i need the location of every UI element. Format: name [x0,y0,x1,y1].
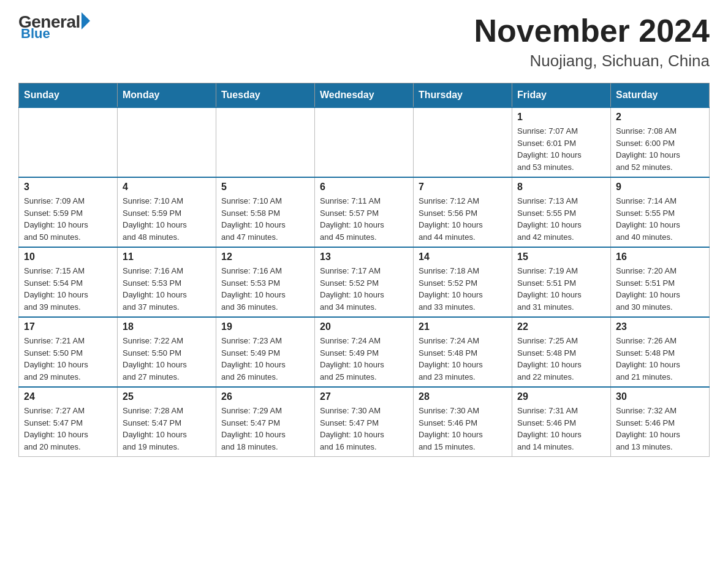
calendar-cell [19,107,118,177]
day-number: 3 [24,182,112,193]
day-info: Sunrise: 7:27 AM Sunset: 5:47 PM Dayligh… [24,405,112,453]
column-header-saturday: Saturday [611,83,710,108]
day-info: Sunrise: 7:32 AM Sunset: 5:46 PM Dayligh… [616,405,704,453]
column-header-monday: Monday [118,83,216,108]
calendar-cell: 25Sunrise: 7:28 AM Sunset: 5:47 PM Dayli… [118,387,216,457]
calendar-cell: 16Sunrise: 7:20 AM Sunset: 5:51 PM Dayli… [611,247,710,317]
calendar-cell [118,107,216,177]
logo-arrow-icon [82,12,90,29]
day-number: 28 [419,391,507,402]
calendar-cell [216,107,315,177]
day-number: 26 [221,391,309,402]
month-title: November 2024 [474,12,710,49]
calendar-cell: 4Sunrise: 7:10 AM Sunset: 5:59 PM Daylig… [118,177,216,247]
logo: General Blue [18,12,90,42]
day-info: Sunrise: 7:24 AM Sunset: 5:48 PM Dayligh… [419,335,507,383]
week-row-2: 3Sunrise: 7:09 AM Sunset: 5:59 PM Daylig… [19,177,710,247]
calendar-cell: 23Sunrise: 7:26 AM Sunset: 5:48 PM Dayli… [611,317,710,387]
column-header-wednesday: Wednesday [315,83,414,108]
day-number: 15 [517,251,605,262]
calendar-cell: 30Sunrise: 7:32 AM Sunset: 5:46 PM Dayli… [611,387,710,457]
day-number: 22 [517,321,605,332]
day-number: 20 [320,321,408,332]
day-info: Sunrise: 7:16 AM Sunset: 5:53 PM Dayligh… [123,265,211,313]
day-info: Sunrise: 7:25 AM Sunset: 5:48 PM Dayligh… [517,335,605,383]
calendar-cell: 7Sunrise: 7:12 AM Sunset: 5:56 PM Daylig… [414,177,512,247]
day-info: Sunrise: 7:19 AM Sunset: 5:51 PM Dayligh… [517,265,605,313]
day-number: 30 [616,391,704,402]
day-info: Sunrise: 7:31 AM Sunset: 5:46 PM Dayligh… [517,405,605,453]
day-number: 4 [123,182,211,193]
column-header-thursday: Thursday [414,83,512,108]
column-header-sunday: Sunday [19,83,118,108]
day-info: Sunrise: 7:10 AM Sunset: 5:58 PM Dayligh… [221,195,309,243]
day-info: Sunrise: 7:30 AM Sunset: 5:46 PM Dayligh… [419,405,507,453]
calendar-cell: 27Sunrise: 7:30 AM Sunset: 5:47 PM Dayli… [315,387,414,457]
day-info: Sunrise: 7:08 AM Sunset: 6:00 PM Dayligh… [616,125,704,173]
day-number: 9 [616,182,704,193]
calendar-cell: 11Sunrise: 7:16 AM Sunset: 5:53 PM Dayli… [118,247,216,317]
calendar-cell: 3Sunrise: 7:09 AM Sunset: 5:59 PM Daylig… [19,177,118,247]
calendar-cell: 29Sunrise: 7:31 AM Sunset: 5:46 PM Dayli… [512,387,611,457]
calendar-cell: 5Sunrise: 7:10 AM Sunset: 5:58 PM Daylig… [216,177,315,247]
calendar-table: SundayMondayTuesdayWednesdayThursdayFrid… [18,83,710,457]
calendar-cell: 22Sunrise: 7:25 AM Sunset: 5:48 PM Dayli… [512,317,611,387]
day-number: 23 [616,321,704,332]
day-info: Sunrise: 7:17 AM Sunset: 5:52 PM Dayligh… [320,265,408,313]
calendar-cell: 8Sunrise: 7:13 AM Sunset: 5:55 PM Daylig… [512,177,611,247]
day-number: 29 [517,391,605,402]
calendar-cell [414,107,512,177]
day-number: 21 [419,321,507,332]
calendar-cell: 2Sunrise: 7:08 AM Sunset: 6:00 PM Daylig… [611,107,710,177]
calendar-cell [315,107,414,177]
day-info: Sunrise: 7:07 AM Sunset: 6:01 PM Dayligh… [517,125,605,173]
day-number: 16 [616,251,704,262]
week-row-5: 24Sunrise: 7:27 AM Sunset: 5:47 PM Dayli… [19,387,710,457]
day-number: 27 [320,391,408,402]
day-info: Sunrise: 7:11 AM Sunset: 5:57 PM Dayligh… [320,195,408,243]
day-info: Sunrise: 7:16 AM Sunset: 5:53 PM Dayligh… [221,265,309,313]
day-number: 5 [221,182,309,193]
day-info: Sunrise: 7:14 AM Sunset: 5:55 PM Dayligh… [616,195,704,243]
location-title: Nuojiang, Sichuan, China [474,52,710,71]
day-number: 1 [517,112,605,123]
calendar-cell: 18Sunrise: 7:22 AM Sunset: 5:50 PM Dayli… [118,317,216,387]
day-number: 8 [517,182,605,193]
day-info: Sunrise: 7:12 AM Sunset: 5:56 PM Dayligh… [419,195,507,243]
day-number: 2 [616,112,704,123]
calendar-cell: 6Sunrise: 7:11 AM Sunset: 5:57 PM Daylig… [315,177,414,247]
calendar-cell: 26Sunrise: 7:29 AM Sunset: 5:47 PM Dayli… [216,387,315,457]
calendar-cell: 17Sunrise: 7:21 AM Sunset: 5:50 PM Dayli… [19,317,118,387]
week-row-1: 1Sunrise: 7:07 AM Sunset: 6:01 PM Daylig… [19,107,710,177]
calendar-cell: 13Sunrise: 7:17 AM Sunset: 5:52 PM Dayli… [315,247,414,317]
column-header-tuesday: Tuesday [216,83,315,108]
day-number: 7 [419,182,507,193]
day-info: Sunrise: 7:09 AM Sunset: 5:59 PM Dayligh… [24,195,112,243]
calendar-cell: 10Sunrise: 7:15 AM Sunset: 5:54 PM Dayli… [19,247,118,317]
day-info: Sunrise: 7:15 AM Sunset: 5:54 PM Dayligh… [24,265,112,313]
day-info: Sunrise: 7:24 AM Sunset: 5:49 PM Dayligh… [320,335,408,383]
calendar-cell: 21Sunrise: 7:24 AM Sunset: 5:48 PM Dayli… [414,317,512,387]
day-number: 11 [123,251,211,262]
day-info: Sunrise: 7:28 AM Sunset: 5:47 PM Dayligh… [123,405,211,453]
day-info: Sunrise: 7:23 AM Sunset: 5:49 PM Dayligh… [221,335,309,383]
day-number: 12 [221,251,309,262]
day-number: 24 [24,391,112,402]
day-number: 18 [123,321,211,332]
calendar-cell: 12Sunrise: 7:16 AM Sunset: 5:53 PM Dayli… [216,247,315,317]
day-number: 17 [24,321,112,332]
week-row-4: 17Sunrise: 7:21 AM Sunset: 5:50 PM Dayli… [19,317,710,387]
calendar-cell: 9Sunrise: 7:14 AM Sunset: 5:55 PM Daylig… [611,177,710,247]
calendar-cell: 20Sunrise: 7:24 AM Sunset: 5:49 PM Dayli… [315,317,414,387]
calendar-cell: 28Sunrise: 7:30 AM Sunset: 5:46 PM Dayli… [414,387,512,457]
calendar-cell: 1Sunrise: 7:07 AM Sunset: 6:01 PM Daylig… [512,107,611,177]
day-info: Sunrise: 7:13 AM Sunset: 5:55 PM Dayligh… [517,195,605,243]
day-info: Sunrise: 7:22 AM Sunset: 5:50 PM Dayligh… [123,335,211,383]
title-block: November 2024 Nuojiang, Sichuan, China [474,12,710,71]
calendar-cell: 24Sunrise: 7:27 AM Sunset: 5:47 PM Dayli… [19,387,118,457]
day-number: 10 [24,251,112,262]
calendar-cell: 14Sunrise: 7:18 AM Sunset: 5:52 PM Dayli… [414,247,512,317]
day-info: Sunrise: 7:30 AM Sunset: 5:47 PM Dayligh… [320,405,408,453]
calendar-cell: 15Sunrise: 7:19 AM Sunset: 5:51 PM Dayli… [512,247,611,317]
day-number: 14 [419,251,507,262]
